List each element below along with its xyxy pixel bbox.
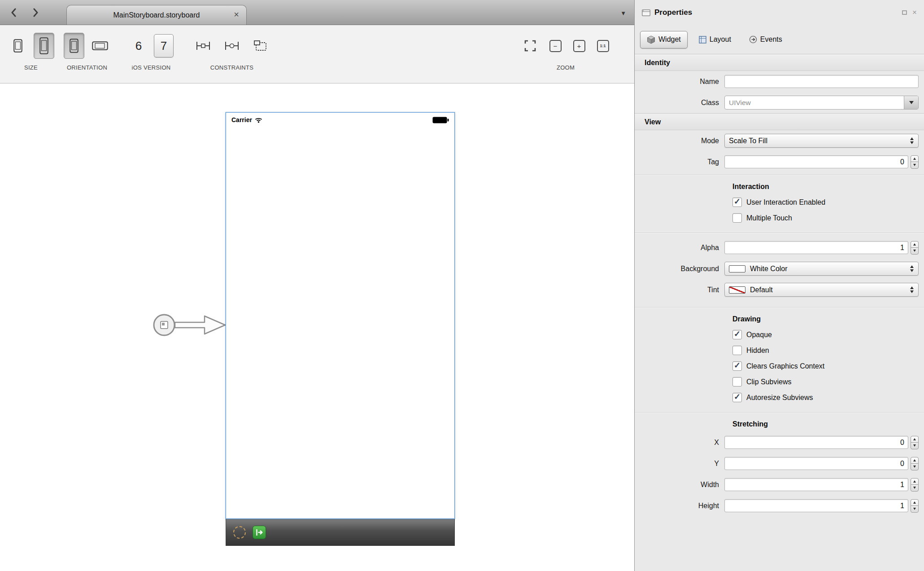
alpha-label: Alpha <box>635 244 724 252</box>
first-responder-icon[interactable] <box>233 526 246 539</box>
size-4-inch-button[interactable] <box>34 33 54 59</box>
stretch-height-input[interactable] <box>724 499 908 512</box>
toolbar-group-size: SIZE <box>6 31 56 71</box>
stretch-height-stepper[interactable] <box>911 499 919 513</box>
opaque-checkbox[interactable] <box>732 330 742 339</box>
toolbar-ios-version-label: iOS VERSION <box>125 64 178 71</box>
ios-version-7-button[interactable]: 7 <box>154 34 174 57</box>
orientation-portrait-button[interactable] <box>64 33 84 59</box>
pin-constraint-icon <box>224 40 240 52</box>
tab-mainstoryboard[interactable]: MainStoryboard.storyboard × <box>66 5 247 25</box>
clears-graphics-context-checkbox[interactable] <box>732 361 742 371</box>
properties-panel: Properties × Widget Layout <box>634 0 924 571</box>
tab-list-dropdown-icon[interactable]: ▼ <box>620 10 626 17</box>
tab-layout[interactable]: Layout <box>692 31 738 48</box>
view-controller[interactable]: Carrier <box>226 112 455 546</box>
checkbox-row-opaque[interactable]: Opaque <box>635 327 924 343</box>
clip-subviews-checkbox[interactable] <box>732 377 742 387</box>
properties-window-icon <box>642 9 650 16</box>
forward-button[interactable] <box>29 6 43 19</box>
battery-icon <box>432 117 449 123</box>
status-bar: Carrier <box>231 116 449 123</box>
updown-arrows-icon <box>910 265 914 272</box>
tag-stepper[interactable] <box>911 155 919 169</box>
class-combo[interactable]: UIView <box>724 96 919 110</box>
tab-widget[interactable]: Widget <box>640 31 688 48</box>
panel-title: Properties <box>654 8 692 17</box>
mode-select[interactable]: Scale To Fill <box>724 134 919 148</box>
multiple-touch-checkbox[interactable] <box>732 213 742 223</box>
alpha-input[interactable] <box>724 241 908 254</box>
class-label: Class <box>635 99 724 107</box>
user-interaction-enabled-checkbox[interactable] <box>732 198 742 207</box>
storyboard-canvas[interactable]: Carrier <box>0 83 634 571</box>
carrier-label: Carrier <box>231 116 252 123</box>
user-interaction-enabled-label: User Interaction Enabled <box>746 198 825 206</box>
initial-view-controller-arrow[interactable] <box>152 311 228 341</box>
panel-float-icon[interactable] <box>902 10 907 15</box>
back-button[interactable] <box>6 6 21 19</box>
name-input[interactable] <box>724 75 919 88</box>
autoresize-subviews-label: Autoresize Subviews <box>746 394 813 402</box>
stretch-x-input[interactable] <box>724 436 908 449</box>
alpha-stepper[interactable] <box>911 241 919 255</box>
multiple-touch-label: Multiple Touch <box>746 214 792 222</box>
exit-segue-icon[interactable] <box>253 526 266 539</box>
zoom-in-button[interactable]: + <box>573 40 585 52</box>
stretch-x-label: X <box>635 439 724 447</box>
tag-input[interactable] <box>724 155 908 168</box>
stretch-y-stepper[interactable] <box>911 457 919 470</box>
class-combo-dropdown-icon[interactable] <box>904 96 918 109</box>
tab-close-icon[interactable]: × <box>234 10 239 19</box>
panel-close-icon[interactable]: × <box>912 9 917 16</box>
orientation-landscape-button[interactable] <box>90 33 110 59</box>
constraint-frame-button[interactable] <box>249 33 272 59</box>
tab-events-label: Events <box>760 35 782 44</box>
zoom-actual-size-button[interactable]: 1:1 <box>597 40 609 52</box>
frame-constraint-icon <box>253 40 268 52</box>
name-label: Name <box>635 78 724 86</box>
default-tint-swatch <box>729 286 745 294</box>
tab-layout-label: Layout <box>710 35 731 44</box>
constraint-pin-button[interactable] <box>220 33 244 59</box>
zoom-out-button[interactable]: − <box>549 40 562 52</box>
stretch-y-input[interactable] <box>724 457 908 470</box>
updown-arrows-icon <box>910 137 914 144</box>
checkbox-row-hidden[interactable]: Hidden <box>635 343 924 358</box>
class-value: UIView <box>725 96 904 109</box>
stretch-width-label: Width <box>635 481 724 489</box>
toolbar-group-orientation: ORIENTATION <box>60 31 114 71</box>
stretch-width-input[interactable] <box>724 478 908 491</box>
hidden-checkbox[interactable] <box>732 346 742 355</box>
opaque-label: Opaque <box>746 331 772 339</box>
tint-value: Default <box>750 286 773 294</box>
tab-events[interactable]: Events <box>742 31 789 48</box>
size-3-5-inch-button[interactable] <box>8 33 28 59</box>
phone-landscape-icon <box>92 41 108 50</box>
checkbox-row-autoresize-subviews[interactable]: Autoresize Subviews <box>635 390 924 405</box>
properties-panel-header: Properties × <box>635 0 924 25</box>
stretch-x-stepper[interactable] <box>911 436 919 449</box>
storyboard-entry-icon <box>161 321 168 329</box>
stretch-height-label: Height <box>635 502 724 510</box>
checkbox-row-multiple-touch[interactable]: Multiple Touch <box>635 210 924 226</box>
chevron-right-icon <box>33 8 39 17</box>
design-toolbar: SIZE ORIENTATION 6 7 iOS VERSION <box>0 26 634 83</box>
hidden-label: Hidden <box>746 347 769 355</box>
ios-version-6-button[interactable]: 6 <box>129 34 148 57</box>
mode-value: Scale To Fill <box>729 137 767 145</box>
stretch-width-stepper[interactable] <box>911 478 919 492</box>
checkbox-row-user-interaction-enabled[interactable]: User Interaction Enabled <box>635 194 924 210</box>
properties-tab-strip: Widget Layout Events <box>635 25 924 54</box>
background-color-select[interactable]: White Color <box>724 262 919 276</box>
constraint-width-button[interactable] <box>192 33 215 59</box>
autoresize-subviews-checkbox[interactable] <box>732 393 742 402</box>
tab-title: MainStoryboard.storyboard <box>113 11 200 19</box>
view-controller-root-view[interactable]: Carrier <box>226 112 455 519</box>
checkbox-row-clip-subviews[interactable]: Clip Subviews <box>635 374 924 390</box>
tint-color-select[interactable]: Default <box>724 283 919 297</box>
zoom-fit-button[interactable] <box>523 33 538 59</box>
layout-icon <box>699 36 706 44</box>
group-stretching: Stretching X Y Width Height <box>635 412 924 521</box>
checkbox-row-clears-graphics-context[interactable]: Clears Graphics Context <box>635 358 924 374</box>
